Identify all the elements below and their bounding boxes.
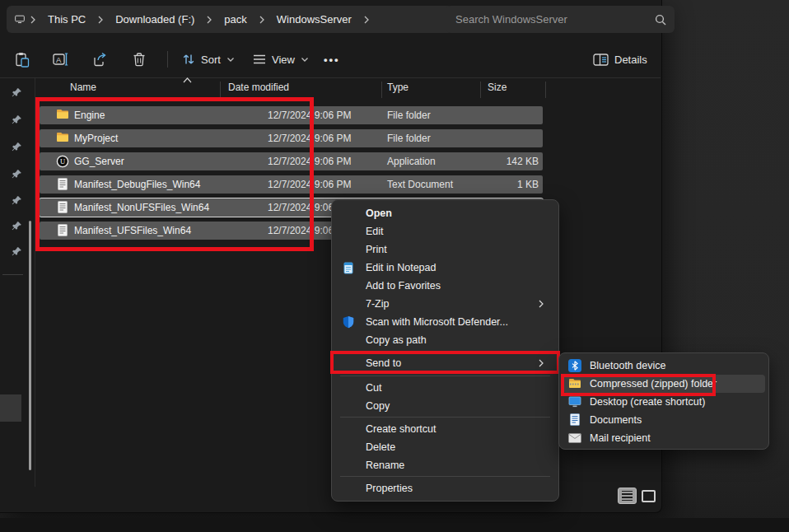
pin-icon[interactable] xyxy=(12,246,22,257)
sort-label: Sort xyxy=(201,54,221,66)
rail-selected-item[interactable] xyxy=(0,394,21,422)
context-menu-item-create-shortcut[interactable]: Create shortcut xyxy=(336,420,554,438)
notepad-icon xyxy=(342,261,355,274)
column-divider[interactable] xyxy=(480,82,481,98)
breadcrumb-item-pack[interactable]: pack xyxy=(217,12,253,27)
send-to-item-mail-recipient[interactable]: Mail recipient xyxy=(563,429,765,447)
menu-separator xyxy=(340,417,550,418)
rail-divider xyxy=(2,274,23,275)
this-pc-icon xyxy=(15,15,25,25)
context-menu-item-7zip[interactable]: 7-Zip xyxy=(336,295,554,313)
pin-icon[interactable] xyxy=(12,195,22,206)
chevron-right-icon xyxy=(538,359,546,367)
file-size: 142 KB xyxy=(507,156,539,167)
defender-shield-icon xyxy=(342,315,355,329)
text-document-icon xyxy=(56,178,69,191)
column-divider[interactable] xyxy=(381,82,382,98)
screen-bottom-strip xyxy=(0,518,789,532)
file-name: Manifest_DebugFiles_Win64 xyxy=(74,179,200,190)
column-divider[interactable] xyxy=(545,82,546,98)
context-menu-item-scan-defender[interactable]: Scan with Microsoft Defender... xyxy=(336,313,554,331)
breadcrumb-item-drive[interactable]: Downloaded (F:) xyxy=(109,12,201,27)
search-input[interactable] xyxy=(454,12,622,26)
desktop: This PC Downloaded (F:) pack WindowsServ… xyxy=(0,0,789,532)
column-header-name[interactable]: Name xyxy=(70,82,96,93)
view-toggles xyxy=(618,488,658,504)
delete-button[interactable] xyxy=(125,47,153,72)
file-type: Text Document xyxy=(387,179,453,190)
view-label: View xyxy=(272,54,295,66)
toolbar-divider xyxy=(167,51,168,68)
text-document-icon xyxy=(56,224,69,237)
file-type: File folder xyxy=(387,133,431,144)
command-bar: A Sort xyxy=(0,41,661,78)
chevron-right-icon xyxy=(28,15,38,25)
context-menu-item-delete[interactable]: Delete xyxy=(336,438,554,456)
context-menu-item-copy[interactable]: Copy xyxy=(336,397,554,415)
large-icons-view-toggle-button[interactable] xyxy=(639,488,658,504)
share-button[interactable] xyxy=(86,47,114,72)
context-menu-item-rename[interactable]: Rename xyxy=(336,456,554,474)
paste-button[interactable] xyxy=(8,47,36,72)
file-row-myproject[interactable]: MyProject 12/7/2024 9:06 PM File folder xyxy=(40,129,543,147)
file-name: Manifest_NonUFSFiles_Win64 xyxy=(74,202,209,213)
column-header-size[interactable]: Size xyxy=(488,82,507,93)
nav-scrollbar[interactable] xyxy=(29,221,31,470)
rename-button[interactable]: A xyxy=(46,47,76,72)
context-menu-item-cut[interactable]: Cut xyxy=(336,379,554,397)
pin-icon[interactable] xyxy=(12,87,22,98)
more-options-button[interactable]: ••• xyxy=(317,47,347,72)
search-icon[interactable] xyxy=(655,14,666,26)
file-row-engine[interactable]: Engine 12/7/2024 9:06 PM File folder xyxy=(40,106,543,124)
context-menu-item-edit[interactable]: Edit xyxy=(336,222,554,240)
context-menu-item-send-to[interactable]: Send to xyxy=(336,354,554,372)
file-name: Manifest_UFSFiles_Win64 xyxy=(74,225,191,236)
column-header-date-modified[interactable]: Date modified xyxy=(228,82,289,93)
rename-icon: A xyxy=(53,52,69,67)
pin-icon[interactable] xyxy=(12,114,22,125)
chevron-right-icon xyxy=(204,15,214,25)
details-pane-button[interactable]: Details xyxy=(586,47,654,72)
file-name: MyProject xyxy=(74,133,118,144)
bluetooth-icon xyxy=(568,359,581,372)
menu-separator xyxy=(340,351,550,352)
pin-icon[interactable] xyxy=(12,142,22,152)
pin-icon[interactable] xyxy=(12,221,22,231)
context-menu-item-edit-in-notepad[interactable]: Edit in Notepad xyxy=(336,259,554,277)
context-menu-item-copy-as-path[interactable]: Copy as path xyxy=(336,331,554,349)
pin-icon[interactable] xyxy=(12,169,22,180)
context-menu-item-print[interactable]: Print xyxy=(336,240,554,259)
chevron-down-icon xyxy=(226,55,235,63)
chevron-right-icon xyxy=(538,300,546,308)
file-row-manifest-debugfiles[interactable]: Manifest_DebugFiles_Win64 12/7/2024 9:06… xyxy=(40,175,543,194)
context-menu-item-open[interactable]: Open xyxy=(336,204,554,222)
large-icons-icon xyxy=(642,490,656,502)
send-to-item-documents[interactable]: Documents xyxy=(563,411,765,429)
sort-button[interactable]: Sort xyxy=(175,47,241,72)
folder-icon xyxy=(56,109,69,122)
sort-icon xyxy=(182,53,195,66)
breadcrumb[interactable]: This PC Downloaded (F:) pack WindowsServ… xyxy=(7,6,453,33)
file-date: 12/7/2024 9:06 PM xyxy=(268,133,351,144)
text-document-icon xyxy=(56,201,69,214)
trash-icon xyxy=(132,52,147,68)
chevron-right-icon xyxy=(96,15,105,25)
chevron-right-icon[interactable] xyxy=(362,15,371,25)
column-divider[interactable] xyxy=(220,82,221,98)
send-to-item-desktop-shortcut[interactable]: Desktop (create shortcut) xyxy=(563,393,765,411)
context-menu-item-add-to-favorites[interactable]: Add to Favorites xyxy=(336,277,554,295)
zipped-folder-icon xyxy=(568,377,581,390)
send-to-item-bluetooth[interactable]: Bluetooth device xyxy=(563,357,765,375)
context-menu-item-properties[interactable]: Properties xyxy=(336,479,554,497)
file-name: GG_Server xyxy=(74,156,124,167)
breadcrumb-item-windowsserver[interactable]: WindowsServer xyxy=(270,12,358,27)
column-header-type[interactable]: Type xyxy=(387,82,409,93)
view-button[interactable]: View xyxy=(246,47,315,72)
send-to-item-compressed-folder[interactable]: Compressed (zipped) folder xyxy=(563,375,765,393)
file-size: 1 KB xyxy=(517,179,539,190)
details-view-toggle-button[interactable] xyxy=(618,488,637,504)
breadcrumb-item-this-pc[interactable]: This PC xyxy=(41,12,92,27)
file-row-gg-server[interactable]: U GG_Server 12/7/2024 9:06 PM Applicatio… xyxy=(40,152,543,170)
search-box xyxy=(446,6,675,33)
svg-text:A: A xyxy=(56,55,62,64)
